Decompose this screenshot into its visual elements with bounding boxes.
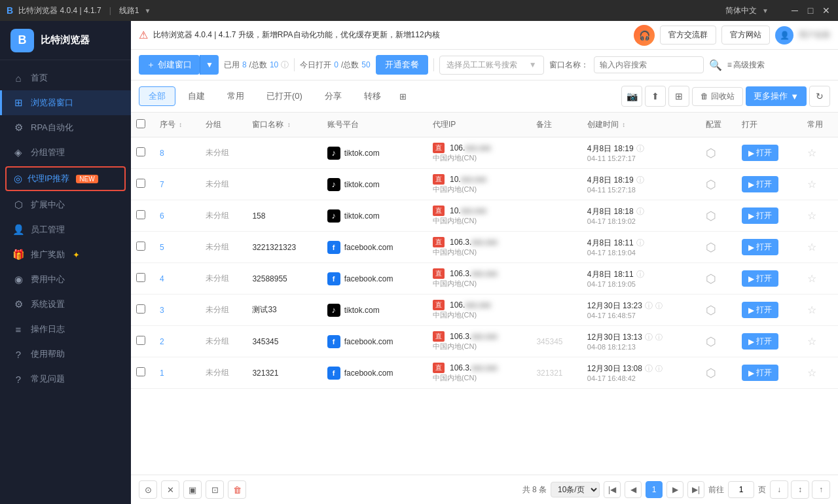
favorite-star[interactable]: ☆ [807, 336, 816, 347]
open-window-button[interactable]: ▶ 打开 [742, 365, 778, 381]
info-icon1[interactable]: ⓘ [281, 60, 289, 71]
filter-tab-share[interactable]: 分享 [315, 86, 352, 106]
open-window-button[interactable]: ▶ 打开 [742, 270, 778, 287]
sidebar-item-extension[interactable]: ⬡ 扩展中心 [0, 192, 131, 217]
sort-name-icon[interactable]: ↕ [287, 121, 291, 128]
time-info-icon[interactable]: ⓘ [636, 206, 644, 217]
package-button[interactable]: 开通套餐 [376, 55, 428, 75]
official-group-button[interactable]: 官方交流群 [660, 26, 716, 45]
favorite-star[interactable]: ☆ [807, 147, 816, 158]
close-button[interactable]: ✕ [821, 5, 831, 16]
create-window-dropdown[interactable]: ▼ [200, 55, 219, 75]
favorite-star[interactable]: ☆ [807, 304, 816, 315]
recycle-bin-button[interactable]: 🗑 回收站 [692, 87, 743, 106]
support-icon[interactable]: 🎧 [634, 25, 655, 46]
filter-tab-opened[interactable]: 已打开(0) [257, 86, 312, 106]
fingerprint-icon[interactable]: ⬡ [706, 178, 716, 191]
sidebar-item-group-manage[interactable]: ◈ 分组管理 [0, 140, 131, 165]
open-window-button[interactable]: ▶ 打开 [742, 333, 778, 350]
sidebar-item-browser-windows[interactable]: ⊞ 浏览器窗口 [0, 90, 131, 115]
batch-delete-btn[interactable]: 🗑 [228, 480, 246, 499]
open-window-button[interactable]: ▶ 打开 [742, 302, 778, 318]
screenshot-icon-btn[interactable]: 📷 [621, 86, 642, 107]
first-page-btn[interactable]: |◀ [604, 481, 621, 498]
sidebar-item-promotion[interactable]: 🎁 推广奖励 ✦ [0, 242, 131, 267]
batch-recycle-btn[interactable]: ⊡ [206, 480, 224, 499]
fingerprint-icon[interactable]: ⬡ [706, 209, 716, 223]
row-checkbox[interactable] [136, 242, 145, 251]
prev-page-btn[interactable]: ◀ [625, 481, 642, 498]
fingerprint-icon[interactable]: ⬡ [706, 367, 716, 380]
time-info-icon[interactable]: ⓘ [636, 269, 644, 280]
time-info-icon[interactable]: ⓘ [636, 238, 644, 249]
sidebar-item-faq[interactable]: ? 常见问题 [0, 367, 131, 391]
next-page-btn[interactable]: ▶ [666, 481, 683, 498]
search-icon[interactable]: 🔍 [709, 59, 722, 71]
sort-time-icon[interactable]: ↕ [622, 121, 625, 128]
sidebar-item-rpa[interactable]: ⚙ RPA自动化 [0, 115, 131, 140]
lang-selector[interactable]: 简体中文 [725, 5, 757, 16]
row-checkbox[interactable] [136, 273, 145, 282]
sidebar-item-proxy-recommend[interactable]: ◎ 代理IP推荐 NEW [5, 166, 126, 191]
filter-tab-self[interactable]: 自建 [178, 86, 215, 106]
fingerprint-icon[interactable]: ⬡ [706, 241, 716, 254]
open-window-button[interactable]: ▶ 打开 [742, 239, 778, 255]
scroll-up-btn-2[interactable]: ↑ [812, 480, 830, 499]
favorite-star[interactable]: ☆ [807, 367, 816, 378]
advanced-search-button[interactable]: ≡ 高级搜索 [727, 60, 765, 71]
page-goto-input[interactable] [728, 481, 754, 498]
last-page-btn[interactable]: ▶| [687, 481, 704, 498]
sidebar-item-settings[interactable]: ⚙ 系统设置 [0, 292, 131, 317]
filter-tab-all[interactable]: 全部 [139, 86, 175, 106]
favorite-star[interactable]: ☆ [807, 179, 816, 190]
sidebar-item-help[interactable]: ? 使用帮助 [0, 342, 131, 367]
scroll-down-btn[interactable]: ↓ [770, 480, 788, 499]
time-info-icon[interactable]: ⓘ [636, 143, 644, 154]
sidebar-item-billing[interactable]: ◉ 费用中心 [0, 267, 131, 292]
open-window-button[interactable]: ▶ 打开 [742, 207, 778, 224]
batch-close-btn[interactable]: ✕ [161, 480, 179, 499]
open-window-button[interactable]: ▶ 打开 [742, 145, 778, 161]
filter-tab-transfer[interactable]: 转移 [354, 86, 391, 106]
official-site-button[interactable]: 官方网站 [721, 26, 770, 45]
maximize-button[interactable]: □ [805, 5, 816, 16]
sidebar-item-operation-log[interactable]: ≡ 操作日志 [0, 317, 131, 342]
batch-check-btn[interactable]: ▣ [183, 480, 202, 499]
page-1-btn[interactable]: 1 [646, 481, 663, 498]
lang-dropdown-icon[interactable]: ▼ [762, 7, 769, 14]
time-info-icon[interactable]: ⓘ [645, 332, 653, 343]
scroll-up-btn-1[interactable]: ↕ [791, 480, 809, 499]
time-info-icon[interactable]: ⓘ [636, 175, 644, 186]
batch-open-btn[interactable]: ⊙ [139, 480, 157, 499]
favorite-star[interactable]: ☆ [807, 273, 816, 284]
create-window-button[interactable]: ＋ 创建窗口 [139, 55, 200, 75]
row-checkbox[interactable] [136, 304, 145, 314]
time-info-icon[interactable]: ⓘ [645, 363, 653, 374]
favorite-star[interactable]: ☆ [807, 210, 816, 221]
row-checkbox[interactable] [136, 210, 145, 219]
open-window-button[interactable]: ▶ 打开 [742, 176, 778, 192]
row-checkbox[interactable] [136, 336, 145, 345]
row-checkbox[interactable] [136, 179, 145, 188]
minimize-button[interactable]: ─ [790, 5, 800, 16]
window-name-search-input[interactable] [594, 56, 704, 73]
employee-search-dropdown[interactable]: 选择员工工账号搜索 ▼ [439, 56, 544, 75]
row-checkbox[interactable] [136, 367, 145, 376]
page-size-select[interactable]: 10条/页 20条/页 50条/页 [551, 482, 600, 497]
sidebar-item-employee[interactable]: 👤 员工管理 [0, 217, 131, 242]
grid-view-btn[interactable]: ⊞ [668, 86, 689, 107]
share-icon-btn[interactable]: ⬆ [645, 86, 666, 107]
fingerprint-icon[interactable]: ⬡ [706, 272, 716, 285]
fingerprint-icon[interactable]: ⬡ [706, 335, 716, 348]
more-actions-button[interactable]: 更多操作 ▼ [746, 86, 807, 106]
sort-num-icon[interactable]: ↕ [179, 121, 182, 128]
select-all-checkbox[interactable] [136, 119, 145, 128]
filter-tab-common[interactable]: 常用 [217, 86, 254, 106]
favorite-star[interactable]: ☆ [807, 242, 816, 253]
filter-more-icon[interactable]: ⊞ [393, 88, 412, 105]
user-avatar[interactable]: 👤 [775, 26, 793, 45]
row-checkbox[interactable] [136, 147, 145, 156]
info-icon[interactable]: ⓘ [655, 301, 663, 311]
dropdown-icon[interactable]: ▼ [144, 7, 151, 14]
fingerprint-icon[interactable]: ⬡ [706, 147, 716, 160]
